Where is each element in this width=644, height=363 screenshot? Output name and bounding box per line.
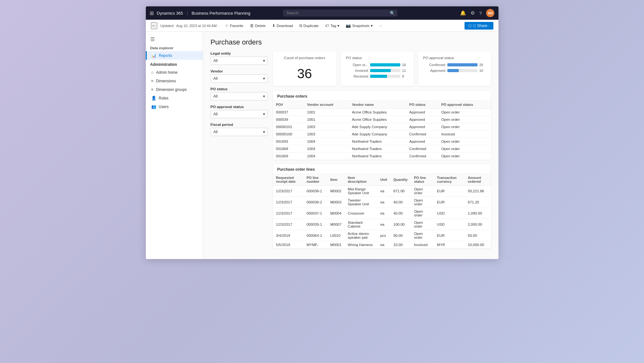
filter-po-status-label: PO status bbox=[211, 87, 268, 91]
sidebar-item-roles[interactable]: 👤 Roles bbox=[146, 94, 203, 102]
pol-cell-unit: ea bbox=[377, 241, 390, 249]
filter-legal-entity-select[interactable]: All ▾ bbox=[211, 57, 268, 65]
nav-actions: 🔔 ⚙ ? AD bbox=[460, 9, 494, 17]
table-row[interactable]: 00000101 1003 Ade Supply Company Approve… bbox=[273, 123, 491, 131]
sidebar-item-dimensions[interactable]: ≡ Dimensions bbox=[146, 77, 203, 85]
updated-label: Updated · Aug 10, 2023 at 10:44 AM · bbox=[160, 24, 219, 28]
pol-col-line-status: PO line status bbox=[411, 174, 434, 186]
filter-fiscal-period-select[interactable]: All ▾ bbox=[211, 128, 268, 136]
pol-cell-currency: USD bbox=[434, 219, 464, 230]
po-cell-account: 1004 bbox=[304, 138, 349, 145]
content-area: Purchase orders Legal entity All ▾ Vendo… bbox=[203, 32, 498, 259]
pol-col-date: Requested receipt date bbox=[273, 174, 304, 186]
pol-cell-amount: 1,090.00 bbox=[465, 208, 491, 219]
filter-po-approval-select[interactable]: All ▾ bbox=[211, 110, 268, 118]
pol-cell-unit: ea bbox=[377, 208, 390, 219]
download-icon: ⬇ bbox=[272, 23, 275, 28]
sidebar-item-admin-home[interactable]: ⌂ Admin home bbox=[146, 68, 203, 77]
pol-cell-qty: 40.00 bbox=[390, 208, 411, 219]
pol-cell-line-status: Open order bbox=[411, 219, 434, 230]
gear-icon[interactable]: ⚙ bbox=[471, 10, 475, 16]
chevron-down-icon: ▾ bbox=[263, 112, 265, 116]
po-table-header-row: PO# Vendor account Vendor name PO status… bbox=[273, 101, 491, 109]
filter-po-status-select[interactable]: All ▾ bbox=[211, 92, 268, 100]
pol-cell-qty: 871.00 bbox=[390, 186, 411, 197]
table-row[interactable]: 5/5/2019 MYMF- M0001 Wiring Harness ea 1… bbox=[273, 241, 491, 249]
dashboard-row: Count of purchase orders 36 PO status Op… bbox=[273, 51, 491, 86]
po-cell-approval: Open order bbox=[438, 145, 491, 153]
po-cell-po: 001668 bbox=[273, 145, 304, 153]
pol-cell-currency: EUR bbox=[434, 197, 464, 208]
pol-table-header-row: Requested receipt date PO line number It… bbox=[273, 174, 491, 186]
status-bar-label-2: Received bbox=[346, 74, 368, 78]
status-bar-fill-1 bbox=[370, 69, 391, 72]
sidebar-item-reports[interactable]: 📊 Reports bbox=[146, 51, 203, 60]
status-bar-fill-0 bbox=[370, 63, 400, 66]
po-cell-account: 1001 bbox=[304, 116, 349, 123]
pol-cell-item: M0004 bbox=[327, 208, 344, 219]
po-cell-status: Confirmed bbox=[406, 131, 438, 138]
favorite-button[interactable]: ☆ Favorite bbox=[222, 22, 246, 29]
pol-cell-desc: Crossover bbox=[345, 208, 377, 219]
po-approval-card-title: PO approval status bbox=[423, 56, 486, 60]
table-row[interactable]: 1/23/2017 000037-1 M0004 Crossover ea 40… bbox=[273, 208, 491, 219]
status-bar-fill-2 bbox=[370, 75, 387, 78]
po-cell-account: 1001 bbox=[304, 109, 349, 116]
share-button[interactable]: ⬡ ⬡ Share · bbox=[464, 22, 493, 30]
po-cell-po: 001669 bbox=[273, 153, 304, 160]
pol-cell-amount: 2,000.00 bbox=[465, 219, 491, 230]
download-button[interactable]: ⬇ Download bbox=[269, 22, 295, 29]
table-row[interactable]: 001669 1004 Northwind Traders Confirmed … bbox=[273, 153, 491, 160]
sidebar-item-dimension-groups[interactable]: ≡ Dimension groups bbox=[146, 85, 203, 94]
po-cell-approval: Open order bbox=[438, 116, 491, 123]
table-row[interactable]: 1/23/2017 000039-1 M0007 Standard Cabine… bbox=[273, 219, 491, 230]
table-row[interactable]: 001668 1004 Northwind Traders Confirmed … bbox=[273, 145, 491, 153]
data-explorer-label: Data explorer bbox=[146, 44, 203, 51]
table-row[interactable]: 00000100 1003 Ade Supply Company Confirm… bbox=[273, 131, 491, 138]
filters-panel: Legal entity All ▾ Vendor All ▾ bbox=[211, 51, 268, 253]
po-cell-name: Ade Supply Company bbox=[349, 123, 406, 131]
snapshots-button[interactable]: 📷 Snapshots ▾ bbox=[343, 22, 375, 29]
pol-cell-amount: 50,221.86 bbox=[465, 186, 491, 197]
duplicate-button[interactable]: ⧉ Duplicate bbox=[297, 22, 321, 30]
delete-button[interactable]: 🗑 Delete bbox=[247, 22, 268, 29]
po-cell-account: 1003 bbox=[304, 123, 349, 131]
table-row[interactable]: 1/23/2017 000038-1 M0002 Mid-Range Speak… bbox=[273, 186, 491, 197]
more-button[interactable]: ··· bbox=[376, 23, 385, 29]
bell-icon[interactable]: 🔔 bbox=[460, 10, 466, 16]
filter-vendor-select[interactable]: All ▾ bbox=[211, 74, 268, 83]
pol-cell-unit: ea bbox=[377, 219, 390, 230]
page-title: Purchase orders bbox=[211, 38, 491, 46]
pol-table-title: Purchase order lines bbox=[273, 164, 491, 174]
po-cell-status: Approved bbox=[406, 138, 438, 145]
po-cell-po: 00000101 bbox=[273, 123, 304, 131]
table-row[interactable]: 000037 1001 Acme Office Supplies Approve… bbox=[273, 109, 491, 116]
pol-col-desc: Item description bbox=[345, 174, 377, 186]
table-row[interactable]: 001693 1004 Northwind Traders Approved O… bbox=[273, 138, 491, 145]
back-button[interactable]: ← bbox=[151, 22, 157, 29]
pol-cell-amount: 10,000.00 bbox=[465, 241, 491, 249]
table-row[interactable]: 1/23/2017 000038-2 M0003 Tweeter Speaker… bbox=[273, 197, 491, 208]
pol-col-unit: Unit bbox=[377, 174, 390, 186]
help-icon[interactable]: ? bbox=[479, 10, 482, 16]
table-row[interactable]: 000039 1001 Acme Office Supplies Approve… bbox=[273, 116, 491, 123]
pol-cell-date: 1/23/2017 bbox=[273, 186, 304, 197]
hamburger-icon[interactable]: ☰ bbox=[146, 34, 203, 44]
pol-cell-currency: EUR bbox=[434, 186, 464, 197]
status-bar-count-0: 16 bbox=[402, 63, 409, 67]
status-bar-track-0 bbox=[370, 63, 400, 66]
main-area: Count of purchase orders 36 PO status Op… bbox=[273, 51, 491, 253]
table-row[interactable]: 3/4/2019 000064-1 L0010 Active stereo sp… bbox=[273, 230, 491, 241]
pol-col-item: Item bbox=[327, 174, 344, 186]
pol-cell-line: 000037-1 bbox=[303, 208, 327, 219]
search-input[interactable] bbox=[283, 10, 397, 17]
grid-icon[interactable]: ⊞ bbox=[150, 10, 154, 16]
sidebar-item-users[interactable]: 👥 Users bbox=[146, 102, 203, 111]
module-label: Business Performance Planning bbox=[192, 11, 250, 16]
tag-button[interactable]: 🏷 Tag ▾ bbox=[322, 22, 342, 29]
pol-cell-currency: MYR bbox=[434, 241, 464, 249]
pol-cell-line-status: Open order bbox=[411, 208, 434, 219]
count-card-value: 36 bbox=[297, 66, 312, 81]
avatar[interactable]: AD bbox=[486, 9, 494, 17]
po-cell-po: 00000100 bbox=[273, 131, 304, 138]
